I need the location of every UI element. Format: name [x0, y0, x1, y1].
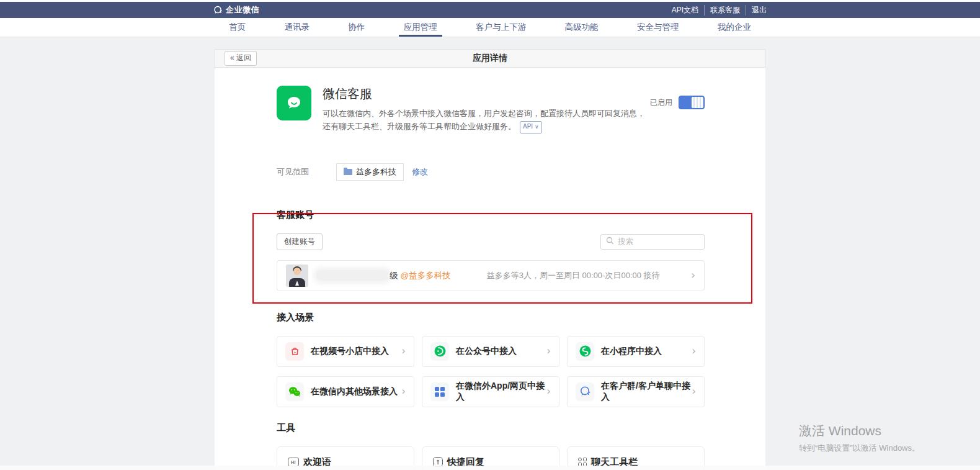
access-card-official-account[interactable]: 在公众号中接入 ›	[422, 336, 559, 367]
tab-collaboration[interactable]: 协作	[345, 18, 367, 37]
access-card-miniprogram[interactable]: 在小程序中接入 ›	[567, 336, 705, 367]
app-name: 微信客服	[323, 86, 650, 102]
wechat-icon	[285, 382, 304, 401]
search-icon	[606, 236, 614, 247]
watermark-line1: 激活 Windows	[799, 422, 920, 440]
access-section-title: 接入场景	[277, 312, 705, 323]
app-header: 微信客服 可以在微信内、外各个场景中接入微信客服，用户发起咨询，配置接待人员即可…	[277, 86, 705, 133]
account-search-input[interactable]	[618, 237, 699, 246]
folder-icon	[344, 169, 352, 175]
app-grid-icon	[430, 382, 449, 401]
enabled-status-label: 已启用	[650, 96, 672, 109]
visible-range-chip: 益多多科技	[336, 163, 404, 181]
chevron-right-icon: ›	[401, 346, 406, 356]
accounts-controls: 创建账号	[277, 233, 705, 250]
app-detail-panel: « 返回 应用详情 微信客服 可以在微信内、外各个场景中接入微信客服，用户发起咨…	[215, 49, 765, 470]
account-mention: @益多多科技	[401, 270, 451, 281]
wecom-logo: 企业微信	[213, 4, 259, 16]
topbar-links: API文档 联系客服 退出	[666, 5, 767, 16]
chevron-right-icon: ›	[546, 386, 551, 397]
account-avatar	[286, 264, 308, 287]
visible-range-scope: 益多多科技	[356, 166, 396, 178]
wechat-kf-app-icon	[277, 86, 311, 120]
tab-security[interactable]: 安全与管理	[635, 18, 682, 37]
chevron-right-icon: ›	[546, 346, 551, 356]
create-account-button[interactable]: 创建账号	[277, 233, 323, 250]
wecom-bubble-icon	[213, 6, 223, 15]
edit-range-link[interactable]: 修改	[412, 166, 428, 178]
tab-home[interactable]: 首页	[226, 18, 248, 37]
chevron-right-icon: ›	[692, 386, 696, 397]
topbar: 企业微信 API文档 联系客服 退出	[0, 2, 980, 18]
miniprogram-icon	[576, 342, 594, 361]
tab-customers[interactable]: 客户与上下游	[473, 18, 528, 37]
access-card-wechat-other[interactable]: 在微信内其他场景接入 ›	[277, 376, 414, 407]
account-name-tail: 级	[390, 270, 398, 281]
official-account-icon	[430, 342, 449, 361]
watermark-line2: 转到“电脑设置”以激活 Windows。	[799, 443, 920, 454]
visible-range-row: 可见范围 益多多科技 修改	[277, 163, 705, 181]
account-schedule-info: 益多多等3人，周一至周日 00:00-次日00:00 接待	[487, 270, 660, 281]
api-dropdown-tag[interactable]: API ∨	[520, 121, 542, 133]
chevron-right-icon: ›	[401, 386, 406, 397]
main-nav: 首页 通讯录 协作 应用管理 客户与上下游 高级功能 安全与管理 我的企业	[0, 18, 980, 37]
redacted-name-blur	[316, 270, 388, 281]
tab-my-company[interactable]: 我的企业	[715, 18, 754, 37]
content-area: « 返回 应用详情 微信客服 可以在微信内、外各个场景中接入微信客服，用户发起咨…	[0, 37, 980, 470]
page-title: 应用详情	[215, 53, 765, 64]
app-enabled-toggle[interactable]	[679, 96, 705, 109]
account-row[interactable]: 级 @益多多科技 益多多等3人，周一至周日 00:00-次日00:00 接待 ›	[277, 260, 705, 291]
tab-contacts[interactable]: 通讯录	[282, 18, 312, 37]
api-docs-link[interactable]: API文档	[666, 5, 704, 16]
channels-shop-icon	[285, 342, 304, 361]
brand-text: 企业微信	[226, 4, 259, 16]
panel-header: « 返回 应用详情	[215, 49, 765, 68]
accounts-section-title: 客服账号	[277, 209, 705, 221]
access-cards-grid: 在视频号小店中接入 › 在公众号中接入 › 在小	[277, 336, 705, 407]
toggle-knob	[692, 97, 703, 108]
chevron-right-icon: ›	[692, 346, 696, 356]
bottom-edge-strip	[0, 466, 980, 470]
access-card-customer-chat[interactable]: 在客户群/客户单聊中接入 ›	[567, 376, 705, 407]
access-card-channels-shop[interactable]: 在视频号小店中接入 ›	[277, 336, 414, 367]
tab-app-management[interactable]: 应用管理	[401, 18, 440, 37]
tab-advanced[interactable]: 高级功能	[563, 18, 601, 37]
access-card-external-app[interactable]: 在微信外App/网页中接入 ›	[422, 376, 559, 407]
caret-down-icon: ∨	[535, 124, 539, 130]
wecom-chat-icon	[576, 382, 594, 401]
account-name: 级 @益多多科技	[316, 270, 451, 281]
app-description: 可以在微信内、外各个场景中接入微信客服，用户发起咨询，配置接待人员即可回复消息，…	[323, 107, 650, 133]
logout-link[interactable]: 退出	[746, 5, 767, 16]
visible-range-label: 可见范围	[277, 166, 336, 178]
chevron-right-icon: ›	[691, 270, 695, 281]
contact-support-link[interactable]: 联系客服	[704, 5, 746, 16]
page: 企业微信 API文档 联系客服 退出 首页 通讯录 协作 应用管理 客户与上下游…	[0, 0, 980, 470]
windows-activation-watermark: 激活 Windows 转到“电脑设置”以激活 Windows。	[799, 422, 920, 454]
tools-section-title: 工具	[277, 422, 705, 434]
account-search-box[interactable]	[600, 234, 705, 250]
